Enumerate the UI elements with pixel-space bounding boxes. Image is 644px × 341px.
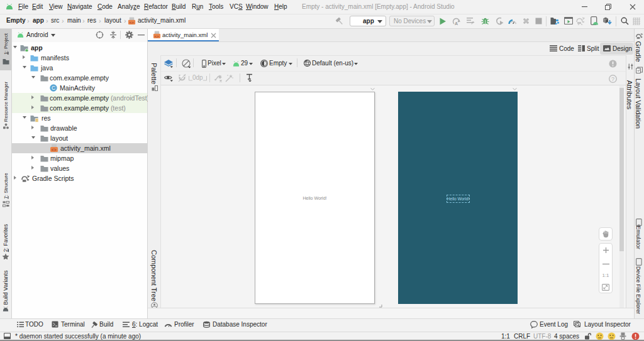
svg-text:C: C bbox=[52, 85, 55, 91]
svg-text:<>: <> bbox=[130, 21, 135, 25]
svg-text:<>: <> bbox=[155, 35, 160, 39]
svg-text:?: ? bbox=[611, 76, 614, 82]
svg-text:<>: <> bbox=[52, 148, 57, 153]
svg-text:A: A bbox=[455, 21, 458, 26]
